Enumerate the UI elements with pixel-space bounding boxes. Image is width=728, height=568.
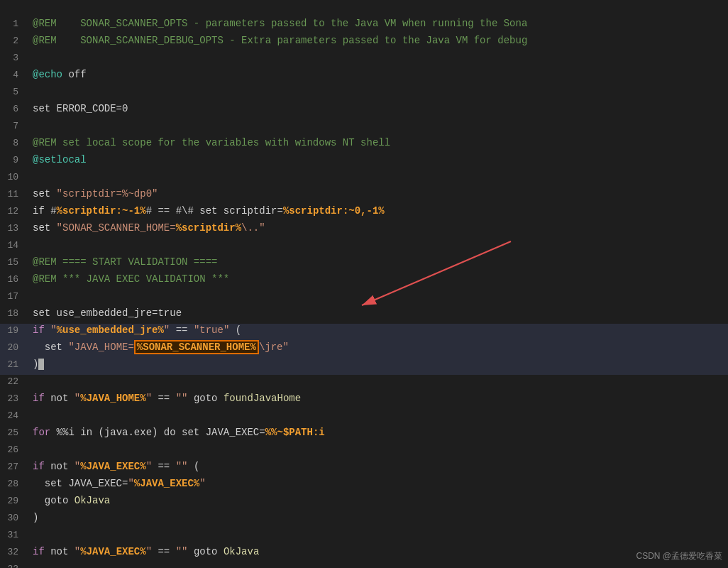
code-line: 4 @echo off — [0, 68, 728, 85]
code-line: 19 if "%use_embedded_jre%" == "true" ( — [0, 324, 728, 341]
code-line: 9 @setlocal — [0, 153, 728, 170]
code-line: 3 — [0, 51, 728, 68]
code-line: 13 set "SONAR_SCANNER_HOME=%scriptdir%\.… — [0, 222, 728, 239]
code-line: 6 set ERROR_CODE=0 — [0, 102, 728, 119]
code-line: 11 set "scriptdir=%~dp0" — [0, 187, 728, 204]
code-line: 23 if not "%JAVA_HOME%" == "" goto found… — [0, 392, 728, 409]
code-line: 16 @REM *** JAVA EXEC VALIDATION *** — [0, 273, 728, 290]
code-line: 28 set JAVA_EXEC="%JAVA_EXEC%" — [0, 477, 728, 494]
code-line: 30 ) — [0, 511, 728, 528]
code-line: 24 — [0, 409, 728, 426]
watermark: CSDN @孟德爱吃香菜 — [636, 550, 722, 562]
code-line: 10 — [0, 170, 728, 187]
code-line: 15 @REM ==== START VALIDATION ==== — [0, 256, 728, 273]
code-line: 2 @REM SONAR_SCANNER_DEBUG_OPTS - Extra … — [0, 34, 728, 51]
code-line: 32 if not "%JAVA_EXEC%" == "" goto OkJav… — [0, 545, 728, 562]
code-line: 1 @REM SONAR_SCANNER_OPTS - parameters p… — [0, 17, 728, 34]
code-line: 18 set use_embedded_jre=true — [0, 307, 728, 324]
code-line: 33 — [0, 562, 728, 568]
code-line: 27 if not "%JAVA_EXEC%" == "" ( — [0, 460, 728, 477]
code-line: 31 — [0, 528, 728, 545]
code-line: 26 — [0, 443, 728, 460]
code-line: 21 ) — [0, 358, 728, 375]
code-line: 5 — [0, 85, 728, 102]
code-line: 20 set "JAVA_HOME=%SONAR_SCANNER_HOME%\j… — [0, 341, 728, 358]
code-line: 7 — [0, 119, 728, 136]
code-editor: 1 @REM SONAR_SCANNER_OPTS - parameters p… — [0, 0, 728, 568]
code-line: 29 goto OkJava — [0, 494, 728, 511]
code-line: 14 — [0, 239, 728, 256]
code-lines: 1 @REM SONAR_SCANNER_OPTS - parameters p… — [0, 0, 728, 568]
code-line: 22 — [0, 375, 728, 392]
code-line: 12 if #%scriptdir:~-1%# == #\# set scrip… — [0, 204, 728, 222]
code-line — [0, 0, 728, 17]
code-line: 17 — [0, 290, 728, 307]
code-line: 8 @REM set local scope for the variables… — [0, 136, 728, 153]
code-line: 25 for %%i in (java.exe) do set JAVA_EXE… — [0, 426, 728, 443]
